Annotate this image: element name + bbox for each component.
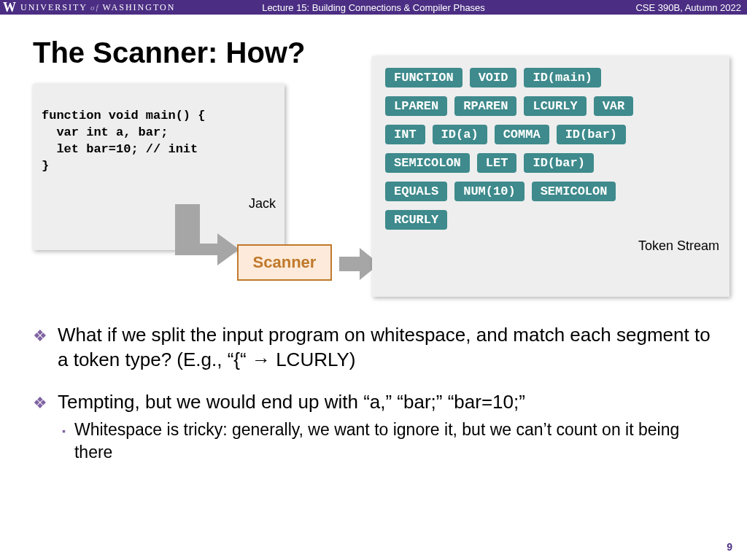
token: FUNCTION xyxy=(385,68,462,88)
token: COMMA xyxy=(495,125,549,144)
lecture-title: Lecture 15: Building Connections & Compi… xyxy=(262,2,485,13)
bullet-1: ❖ What if we split the input program on … xyxy=(33,323,714,373)
slide-body: The Scanner: How? function void main() {… xyxy=(0,15,747,560)
token-stream-panel: FUNCTION VOID ID(main) LPAREN RPAREN LCU… xyxy=(372,56,729,297)
token-row: INT ID(a) COMMA ID(bar) xyxy=(385,125,719,144)
token: RPAREN xyxy=(454,96,516,116)
token: NUM(10) xyxy=(454,182,524,201)
code-line-2: var int a, bar; xyxy=(42,125,168,139)
page-number: 9 xyxy=(727,541,732,553)
token-row: EQUALS NUM(10) SEMICOLON xyxy=(385,182,719,201)
bullet-1-text: What if we split the input program on wh… xyxy=(58,323,714,373)
diagram: function void main() { var int a, bar; l… xyxy=(33,77,714,310)
arrow-down-right-icon xyxy=(160,204,241,277)
scanner-box: Scanner xyxy=(237,244,332,281)
sub-bullet-text: Whitespace is tricky: generally, we want… xyxy=(74,419,714,464)
token: SEMICOLON xyxy=(385,153,470,173)
token: LPAREN xyxy=(385,96,447,116)
token-stream-label: Token Stream xyxy=(385,238,719,254)
code-line-4: } xyxy=(42,159,49,173)
token: SEMICOLON xyxy=(532,182,616,201)
token: EQUALS xyxy=(385,182,447,201)
slide-header: W UNIVERSITY of WASHINGTON Lecture 15: B… xyxy=(0,0,747,15)
course-code: CSE 390B, Autumn 2022 xyxy=(635,2,747,13)
token: ID(bar) xyxy=(557,125,626,144)
token-row: LPAREN RPAREN LCURLY VAR xyxy=(385,96,719,116)
university-text-2: WASHINGTON xyxy=(103,2,176,13)
diamond-bullet-icon: ❖ xyxy=(33,323,58,373)
token: ID(a) xyxy=(433,125,487,144)
university-text-1: UNIVERSITY xyxy=(20,2,88,13)
token: ID(main) xyxy=(524,68,601,88)
bullet-list: ❖ What if we split the input program on … xyxy=(33,323,714,464)
token-row: SEMICOLON LET ID(bar) xyxy=(385,153,719,173)
university-of: of xyxy=(88,3,103,12)
diamond-bullet-icon: ❖ xyxy=(33,390,58,415)
token-row: FUNCTION VOID ID(main) xyxy=(385,68,719,88)
token: VAR xyxy=(594,96,634,116)
bullet-2: ❖ Tempting, but we would end up with “a,… xyxy=(33,390,714,464)
sub-bullet: ▪ Whitespace is tricky: generally, we wa… xyxy=(62,419,714,464)
bullet-2-text: Tempting, but we would end up with “a,” … xyxy=(58,390,525,415)
token: RCURLY xyxy=(385,210,447,230)
code-line-1: function void main() { xyxy=(42,109,205,122)
square-bullet-icon: ▪ xyxy=(62,419,74,464)
token: LET xyxy=(477,153,517,173)
source-code-box: function void main() { var int a, bar; l… xyxy=(33,84,285,250)
token: ID(bar) xyxy=(524,153,593,173)
token: VOID xyxy=(470,68,517,88)
code-line-3: let bar=10; // init xyxy=(42,142,198,156)
uw-logo: W xyxy=(0,0,20,15)
token-row: RCURLY xyxy=(385,210,719,230)
token: INT xyxy=(385,125,425,144)
token: LCURLY xyxy=(524,96,586,116)
